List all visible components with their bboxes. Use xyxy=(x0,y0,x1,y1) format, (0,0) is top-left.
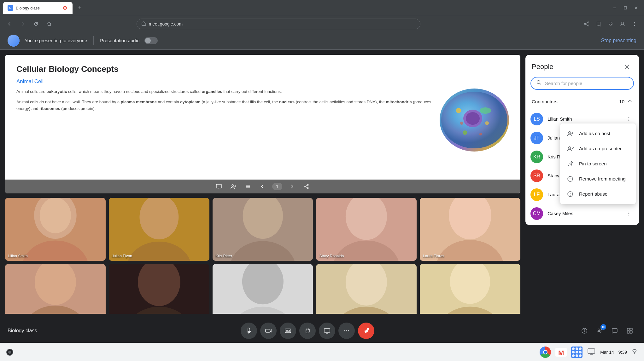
video-tile: Stacy Ronaldo xyxy=(316,198,417,261)
raise-hand-button[interactable] xyxy=(299,323,316,339)
bookmark-button[interactable] xyxy=(594,19,604,29)
video-tile: Shaun Torres xyxy=(420,264,520,314)
recording-indicator xyxy=(6,349,13,356)
close-window-button[interactable] xyxy=(631,3,641,13)
browser-toolbar-icons xyxy=(582,19,640,29)
svg-point-79 xyxy=(629,120,629,121)
video-tile: Laura Flores xyxy=(420,198,520,261)
refresh-button[interactable] xyxy=(31,19,41,29)
browser-frame: M Biology class + xyxy=(0,0,644,361)
chevron-up-icon[interactable] xyxy=(627,98,633,105)
docs-taskbar-icon[interactable] xyxy=(571,347,583,358)
participant-more-button[interactable] xyxy=(624,209,634,219)
remove-from-meeting-menu-item[interactable]: Remove from meeting xyxy=(560,171,636,186)
panel-close-button[interactable] xyxy=(621,61,633,72)
svg-point-80 xyxy=(569,131,571,134)
audio-label: Presentation audio xyxy=(100,38,139,43)
video-tile: Julian Flynn xyxy=(109,198,209,261)
next-slide-btn[interactable] xyxy=(287,182,297,191)
report-abuse-label: Report abuse xyxy=(579,191,607,197)
share-slide-btn[interactable] xyxy=(302,182,311,191)
add-participant-btn[interactable] xyxy=(229,182,238,191)
svg-point-25 xyxy=(480,107,491,114)
panel-title: People xyxy=(532,63,553,71)
svg-rect-115 xyxy=(324,329,330,332)
slide-page-number: 1 xyxy=(272,183,282,190)
controls-right: 10 xyxy=(578,324,636,337)
svg-point-118 xyxy=(348,330,349,331)
svg-text:M: M xyxy=(9,7,12,10)
forward-button[interactable] xyxy=(18,19,28,29)
address-bar[interactable]: meet.google.com xyxy=(137,19,420,29)
people-button[interactable]: 10 xyxy=(593,324,606,337)
audio-toggle[interactable] xyxy=(144,37,158,44)
svg-rect-127 xyxy=(630,331,632,333)
svg-point-103 xyxy=(629,213,629,214)
present-button[interactable] xyxy=(319,323,335,339)
svg-point-38 xyxy=(304,186,306,187)
list-view-btn[interactable] xyxy=(243,182,253,191)
info-button[interactable] xyxy=(578,324,591,337)
end-call-button[interactable] xyxy=(358,323,374,339)
dot xyxy=(572,354,575,357)
stop-presenting-button[interactable]: Stop presenting xyxy=(601,38,636,43)
video-tile: Kris Ritter xyxy=(213,198,313,261)
participant-item: LS Lilian Smith Add as co host xyxy=(525,110,639,129)
menu-button[interactable] xyxy=(629,19,640,29)
chrome-center xyxy=(544,351,547,354)
share-button[interactable] xyxy=(582,19,592,29)
tab-close-btn[interactable] xyxy=(62,5,68,11)
profile-button[interactable] xyxy=(618,19,628,29)
presentation-view-btn[interactable] xyxy=(214,182,224,191)
report-abuse-menu-item[interactable]: Report abuse xyxy=(560,186,636,202)
video-tile: Lilian Smith xyxy=(5,198,106,261)
dot xyxy=(579,354,582,357)
contributors-header: Contributors 10 xyxy=(530,95,634,108)
video-label: Laura Flores xyxy=(423,254,444,258)
video-tile: Kyle Quinn xyxy=(213,264,313,314)
prev-slide-btn[interactable] xyxy=(258,182,267,191)
gmail-taskbar-icon[interactable]: M xyxy=(555,348,567,357)
chat-button[interactable] xyxy=(608,324,621,337)
presenter-avatar-image xyxy=(8,35,20,47)
taskbar-right: M Mar 14 9:39 xyxy=(540,347,638,358)
camera-button[interactable] xyxy=(260,323,277,339)
video-label: Julian Flynn xyxy=(112,254,132,258)
pin-to-screen-label: Pin to screen xyxy=(579,161,607,166)
search-input[interactable] xyxy=(545,81,628,86)
search-box[interactable] xyxy=(530,77,634,90)
browser-tab[interactable]: M Biology class xyxy=(3,2,73,14)
add-cohost-menu-item[interactable]: Add as co host xyxy=(560,126,636,141)
svg-point-10 xyxy=(588,22,589,23)
back-button[interactable] xyxy=(4,19,15,29)
add-copresenter-menu-item[interactable]: Add as co-presenter xyxy=(560,141,636,156)
docs-grid xyxy=(572,347,582,357)
minimize-button[interactable] xyxy=(610,3,619,13)
svg-rect-124 xyxy=(627,328,629,330)
wifi-icon xyxy=(631,348,638,356)
browser-toolbar: meet.google.com xyxy=(0,16,644,32)
participant-avatar: SR xyxy=(530,169,543,182)
video-label: Lilian Smith xyxy=(8,254,28,258)
chrome-taskbar-icon[interactable] xyxy=(540,347,551,358)
pin-to-screen-menu-item[interactable]: Pin to screen xyxy=(560,156,636,171)
captions-button[interactable] xyxy=(280,323,296,339)
microphone-button[interactable] xyxy=(241,323,257,339)
taskbar-date: Mar 14 xyxy=(600,350,614,355)
activities-button[interactable] xyxy=(623,324,636,337)
presenting-text: You're presenting to everyone xyxy=(25,38,87,43)
participant-item: CM Casey Miles xyxy=(525,204,639,223)
pin-icon xyxy=(566,160,574,168)
extension-button[interactable] xyxy=(606,19,616,29)
svg-point-31 xyxy=(232,185,234,186)
participant-more-button[interactable] xyxy=(624,114,634,124)
more-options-button[interactable] xyxy=(338,323,355,339)
maximize-button[interactable] xyxy=(621,3,630,13)
contributors-section: Contributors 10 xyxy=(525,94,639,110)
home-button[interactable] xyxy=(44,19,54,29)
taskbar-time: 9:39 xyxy=(618,350,627,355)
participant-name: Lilian Smith xyxy=(547,116,619,122)
new-tab-button[interactable]: + xyxy=(75,3,85,13)
slide-container: Cellular Biology Concepts Animal Cell An… xyxy=(5,55,520,314)
toggle-knob xyxy=(145,38,151,43)
